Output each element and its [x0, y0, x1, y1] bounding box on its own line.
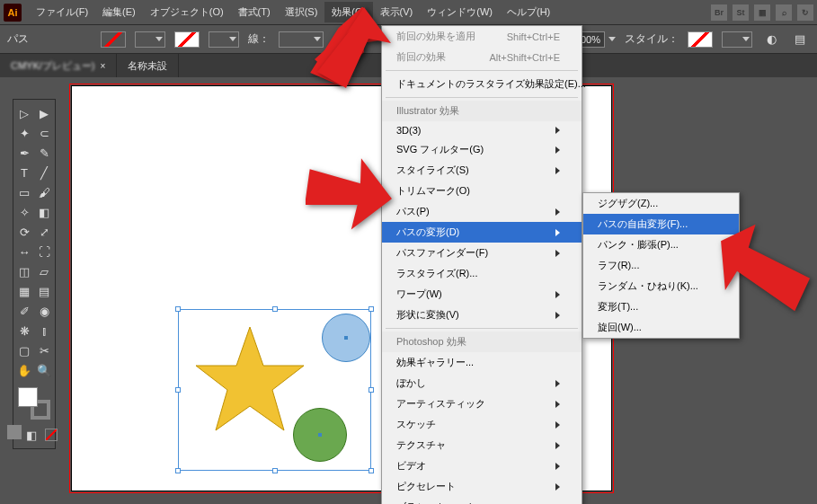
menu-file[interactable]: ファイル(F) [29, 2, 95, 22]
star-shape[interactable] [191, 323, 308, 439]
menu-rasterize-settings[interactable]: ドキュメントのラスタライズ効果設定(E)... [382, 74, 582, 94]
menu-texture[interactable]: テクスチャ [382, 435, 582, 455]
fill-color-icon[interactable] [18, 387, 38, 407]
hand-tool-icon[interactable]: ✋ [14, 360, 34, 380]
blend-tool-icon[interactable]: ◉ [34, 301, 54, 321]
width-tool-icon[interactable]: ↔ [14, 242, 34, 261]
handle-e[interactable] [369, 387, 374, 393]
menu-apply-last[interactable]: 前回の効果を適用Shift+Ctrl+E [382, 26, 582, 47]
menu-convert-shape[interactable]: 形状に変換(V) [382, 305, 582, 325]
curvature-tool-icon[interactable]: ✎ [34, 143, 54, 163]
stroke-dropdown[interactable] [209, 31, 239, 48]
free-transform-tool-icon[interactable]: ⛶ [34, 242, 54, 261]
menu-3d[interactable]: 3D(3) [382, 121, 582, 139]
stroke-swatch[interactable] [174, 31, 200, 48]
rotate-tool-icon[interactable]: ⟳ [14, 222, 34, 242]
svg-marker-5 [720, 225, 813, 317]
zoom-tool-icon[interactable]: 🔍 [34, 360, 54, 380]
eraser-tool-icon[interactable]: ◧ [34, 202, 54, 222]
menu-artistic[interactable]: アーティスティック [382, 393, 582, 414]
menu-last-effect[interactable]: 前回の効果Alt+Shift+Ctrl+E [382, 47, 582, 67]
menu-pathfinder[interactable]: パスファインダー(F) [382, 243, 582, 263]
handle-w[interactable] [175, 387, 181, 393]
slice-tool-icon[interactable]: ✂ [34, 340, 54, 360]
menu-stylize[interactable]: スタイライズ(S) [382, 160, 582, 181]
submenu-arrow-icon [555, 380, 560, 387]
direct-selection-tool-icon[interactable]: ▶ [34, 103, 54, 123]
arrange-icon[interactable]: ▦ [754, 4, 770, 21]
handle-nw[interactable] [175, 306, 181, 312]
gradient-tool-icon[interactable]: ▤ [34, 281, 54, 301]
artboard-tool-icon[interactable]: ▢ [14, 340, 34, 360]
menu-section-illustrator: Illustrator 効果 [382, 101, 582, 121]
menu-sketch[interactable]: スケッチ [382, 414, 582, 435]
blue-circle-shape[interactable] [322, 314, 370, 362]
menu-blur[interactable]: ぼかし [382, 373, 582, 393]
none-mode-icon[interactable] [41, 425, 61, 445]
selection-tool-icon[interactable]: ▷ [14, 103, 34, 123]
scale-tool-icon[interactable]: ⤢ [34, 222, 54, 242]
mesh-tool-icon[interactable]: ▦ [14, 281, 34, 301]
menu-warp[interactable]: ワープ(W) [382, 284, 582, 305]
lasso-tool-icon[interactable]: ⊂ [34, 123, 54, 143]
color-mode-icon[interactable] [7, 425, 22, 439]
menu-rasterize[interactable]: ラスタライズ(R)... [382, 263, 582, 284]
handle-s[interactable] [272, 468, 278, 473]
graph-tool-icon[interactable]: ⫿ [34, 321, 54, 340]
pen-tool-icon[interactable]: ✒ [14, 143, 34, 163]
menu-crop-marks[interactable]: トリムマーク(O) [382, 181, 582, 201]
menu-distort-transform[interactable]: パスの変形(D) [382, 222, 582, 243]
style-swatch[interactable] [688, 31, 713, 48]
line-tool-icon[interactable]: ╱ [34, 163, 54, 182]
app-icon: Ai [4, 4, 22, 22]
bridge-icon[interactable]: Br [711, 4, 727, 21]
fill-stroke-control[interactable] [16, 385, 52, 421]
annotation-arrow-2 [306, 157, 395, 247]
green-circle-shape[interactable] [293, 408, 347, 462]
menu-effect-gallery[interactable]: 効果ギャラリー... [382, 352, 582, 373]
style-dropdown[interactable] [722, 31, 752, 48]
tab-1[interactable]: CMYK/プレビュー) × [0, 54, 117, 77]
shape-builder-tool-icon[interactable]: ◫ [14, 261, 34, 281]
gradient-mode-icon[interactable]: ◧ [22, 425, 41, 445]
perspective-tool-icon[interactable]: ▱ [34, 261, 54, 281]
magic-wand-tool-icon[interactable]: ✦ [14, 123, 34, 143]
fill-dropdown[interactable] [135, 31, 165, 48]
fill-swatch[interactable] [101, 31, 126, 48]
symbol-sprayer-tool-icon[interactable]: ❋ [14, 321, 34, 340]
recolor-icon[interactable]: ◐ [761, 30, 781, 49]
selection-bounding-box[interactable] [178, 309, 371, 471]
shaper-tool-icon[interactable]: ✧ [14, 202, 34, 222]
opacity-dropdown-icon[interactable] [608, 37, 616, 41]
stock-icon[interactable]: St [733, 4, 749, 21]
menu-object[interactable]: オブジェクト(O) [143, 2, 231, 22]
submenu-arrow-icon [555, 312, 560, 319]
menu-brush-strokes[interactable]: ブラシストローク [382, 497, 582, 504]
menu-type[interactable]: 書式(T) [231, 2, 278, 22]
menu-pixelate[interactable]: ピクセレート [382, 476, 582, 497]
brush-tool-icon[interactable]: 🖌 [34, 182, 54, 202]
tab-2[interactable]: 名称未設 [117, 54, 179, 77]
menu-help[interactable]: ヘルプ(H) [500, 2, 557, 22]
eyedropper-tool-icon[interactable]: ✐ [14, 301, 34, 321]
search-icon[interactable]: ⌕ [776, 4, 792, 21]
submenu-zigzag[interactable]: ジグザグ(Z)... [583, 193, 739, 214]
handle-se[interactable] [369, 468, 374, 473]
menu-svg-filter[interactable]: SVG フィルター(G) [382, 139, 582, 160]
menu-video[interactable]: ビデオ [382, 455, 582, 476]
handle-sw[interactable] [175, 468, 181, 473]
menu-edit[interactable]: 編集(E) [95, 2, 143, 22]
svg-marker-4 [306, 157, 395, 234]
type-tool-icon[interactable]: T [14, 163, 34, 182]
handle-ne[interactable] [369, 306, 374, 312]
menu-path[interactable]: パス(P) [382, 201, 582, 222]
rectangle-tool-icon[interactable]: ▭ [14, 182, 34, 202]
align-icon[interactable]: ▤ [790, 30, 810, 49]
annotation-arrow-3 [710, 225, 817, 332]
submenu-arrow-icon [555, 401, 560, 408]
sync-icon[interactable]: ↻ [797, 4, 813, 21]
svg-marker-3 [317, 7, 391, 88]
tab-1-close-icon[interactable]: × [101, 61, 106, 71]
handle-n[interactable] [272, 306, 278, 312]
menu-window[interactable]: ウィンドウ(W) [420, 2, 500, 22]
